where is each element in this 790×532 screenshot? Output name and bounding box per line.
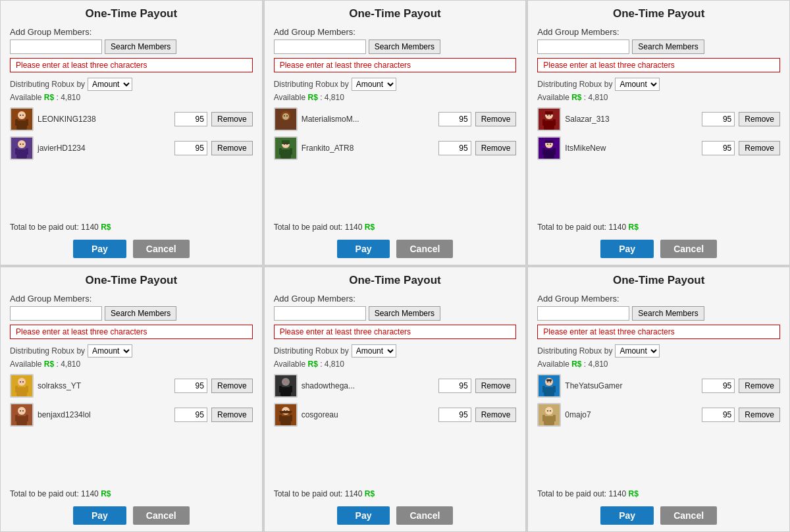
panel-3-add-label: Add Group Members:	[537, 27, 780, 37]
panel-5-member-0-amount[interactable]	[438, 379, 471, 393]
panel-3-member-1-amount[interactable]	[702, 141, 735, 155]
panel-6-member-1-amount[interactable]	[702, 408, 735, 422]
panel-5-member-1-name: cosgoreau	[302, 410, 434, 419]
panel-5-member-1-amount[interactable]	[438, 408, 471, 422]
panel-6-title: One-Time Payout	[537, 274, 780, 287]
panel-1-member-1-remove[interactable]: Remove	[211, 141, 253, 155]
svg-point-66	[286, 381, 288, 383]
panel-5-member-1-remove[interactable]: Remove	[475, 408, 517, 422]
panel-5-member-0-name: shadowthega...	[302, 381, 434, 390]
panel-5-available: Available R$ : 4,810	[274, 359, 517, 369]
panel-6-member-0: TheYatsuGamer Remove	[537, 374, 780, 398]
panel-1-pay-btn[interactable]: Pay	[73, 240, 126, 258]
panel-3-search-btn[interactable]: Search Members	[632, 40, 704, 54]
svg-point-29	[286, 144, 288, 145]
panel-4-search-btn[interactable]: Search Members	[105, 306, 176, 321]
panel-1-search-btn[interactable]: Search Members	[105, 40, 176, 54]
panel-2-avatar-1	[274, 136, 298, 160]
panel-3-search-input[interactable]	[537, 40, 629, 54]
panel-2-member-0-amount[interactable]	[438, 112, 471, 126]
panel-6-available: Available R$ : 4,810	[537, 359, 780, 369]
panel-1-member-0-remove[interactable]: Remove	[211, 112, 253, 126]
panel-3-member-0-remove[interactable]: Remove	[739, 112, 780, 126]
panel-6-amount-select[interactable]: Amount	[615, 344, 660, 358]
panel-4-pay-btn[interactable]: Pay	[73, 506, 126, 525]
panel-4-amount-select[interactable]: Amount	[88, 344, 132, 358]
panel-3-cancel-btn[interactable]: Cancel	[660, 240, 717, 258]
panel-5-search-btn[interactable]: Search Members	[369, 306, 440, 321]
svg-rect-35	[553, 119, 556, 126]
panel-2-pay-btn[interactable]: Pay	[337, 240, 390, 258]
panel-6-search-input[interactable]	[537, 306, 629, 321]
svg-point-58	[20, 410, 21, 412]
svg-marker-40	[544, 140, 554, 143]
panel-2-member-1-amount[interactable]	[438, 141, 471, 155]
panel-2-avatar-0	[274, 107, 298, 131]
panel-6-member-1-remove[interactable]: Remove	[739, 408, 780, 422]
panel-3-member-0-amount[interactable]	[702, 112, 735, 126]
svg-point-81	[550, 381, 551, 383]
panel-2-search-btn[interactable]: Search Members	[369, 40, 440, 54]
panel-2-cancel-btn[interactable]: Cancel	[396, 240, 453, 258]
panel-6-member-0-amount[interactable]	[702, 379, 735, 393]
panel-6-search-btn[interactable]: Search Members	[632, 306, 704, 321]
panel-3-distribute: Distributing Robux by Amount	[537, 78, 780, 91]
panel-6-avatar-0	[537, 374, 561, 398]
svg-rect-41	[544, 149, 554, 159]
panel-4-cancel-btn[interactable]: Cancel	[133, 506, 190, 525]
svg-rect-48	[16, 387, 27, 396]
panel-5-search-input[interactable]	[274, 306, 366, 321]
svg-rect-4	[26, 119, 28, 126]
svg-rect-62	[280, 387, 291, 396]
panel-3-amount-select[interactable]: Amount	[615, 78, 660, 91]
panel-1-title: One-Time Payout	[10, 7, 253, 20]
panel-5-pay-btn[interactable]: Pay	[337, 506, 390, 525]
panel-4-member-0-amount[interactable]	[174, 379, 207, 393]
panel-4-search-input[interactable]	[10, 306, 102, 321]
panel-5-cancel-btn[interactable]: Cancel	[396, 506, 453, 525]
panel-3-member-1-remove[interactable]: Remove	[739, 141, 780, 155]
panel-1-cancel-btn[interactable]: Cancel	[133, 240, 190, 258]
svg-point-54	[18, 407, 26, 415]
panel-3-pay-btn[interactable]: Pay	[600, 240, 654, 258]
panel-1-member-0-amount[interactable]	[174, 112, 207, 126]
svg-rect-56	[15, 415, 18, 421]
panel-1-member-1-name: javierHD1234	[38, 144, 171, 153]
panel-2-search-input[interactable]	[274, 40, 366, 54]
panel-6-members-list: TheYatsuGamer Remove 0majo7 Remove	[537, 374, 780, 485]
panel-1-member-1-amount[interactable]	[174, 141, 207, 155]
svg-point-84	[545, 407, 553, 415]
panel-6-pay-btn[interactable]: Pay	[600, 506, 654, 525]
panel-2-amount-select[interactable]: Amount	[352, 78, 396, 91]
panel-5-amount-select[interactable]: Amount	[352, 344, 396, 358]
panel-2-available: Available R$ : 4,810	[274, 93, 517, 102]
panel-6-member-0-name: TheYatsuGamer	[565, 381, 698, 390]
panel-4-member-0-remove[interactable]: Remove	[211, 379, 253, 393]
svg-point-36	[547, 115, 548, 116]
svg-rect-32	[545, 111, 553, 115]
panel-2-member-1-remove[interactable]: Remove	[475, 141, 517, 155]
panel-1-search-input[interactable]	[10, 40, 102, 54]
svg-rect-11	[26, 148, 28, 155]
panel-1-members-list: LEONKING1238 Remove javierHD1234 Remove	[10, 107, 253, 219]
panel-3-member-0-name: Salazar_313	[565, 115, 698, 124]
svg-point-59	[22, 410, 24, 412]
svg-point-47	[18, 378, 26, 386]
panel-4-member-1-amount[interactable]	[174, 408, 207, 422]
panel-6-cancel-btn[interactable]: Cancel	[660, 506, 717, 525]
svg-rect-55	[16, 416, 27, 425]
panel-5-member-0-remove[interactable]: Remove	[475, 379, 517, 393]
panel-6-member-0-remove[interactable]: Remove	[739, 379, 780, 393]
panel-1-amount-select[interactable]: Amount	[88, 78, 132, 91]
svg-point-18	[282, 113, 289, 120]
svg-point-44	[547, 144, 548, 145]
svg-rect-49	[15, 386, 18, 392]
panel-1-member-0-name: LEONKING1238	[38, 115, 171, 124]
panel-3-available: Available R$ : 4,810	[537, 93, 780, 102]
panel-2-member-0-remove[interactable]: Remove	[475, 112, 517, 126]
svg-point-51	[20, 381, 21, 383]
panel-5-distribute: Distributing Robux by Amount	[274, 344, 517, 358]
panel-4-member-1-remove[interactable]: Remove	[211, 408, 253, 422]
panel-2-add-label: Add Group Members:	[274, 27, 517, 37]
panel-4-avatar-0	[10, 374, 34, 398]
